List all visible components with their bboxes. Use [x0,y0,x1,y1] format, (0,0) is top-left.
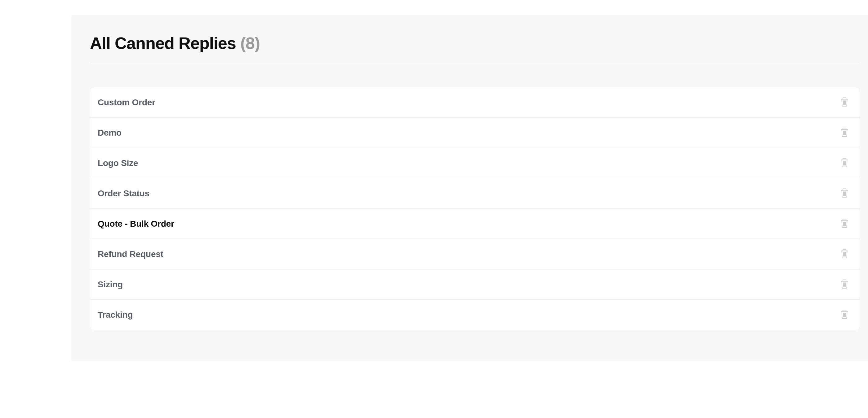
reply-row[interactable]: Custom Order [90,87,860,118]
delete-button[interactable] [839,186,850,200]
trash-icon [840,157,849,169]
reply-count: (8) [240,33,260,53]
reply-label: Tracking [98,310,133,320]
canned-replies-panel: All Canned Replies (8) Custom Order Demo… [71,15,868,361]
trash-icon [840,97,849,108]
delete-button[interactable] [839,308,850,322]
header-divider [90,62,860,62]
reply-row[interactable]: Sizing [90,269,860,300]
reply-label: Demo [98,128,122,138]
delete-button[interactable] [839,95,850,109]
reply-row[interactable]: Tracking [90,300,860,330]
replies-list: Custom Order Demo Logo Size Order Status… [90,87,860,330]
trash-icon [840,248,849,260]
reply-label: Custom Order [98,98,155,107]
trash-icon [840,127,849,138]
reply-label: Refund Request [98,249,163,259]
trash-icon [840,279,849,290]
delete-button[interactable] [839,156,850,170]
reply-row[interactable]: Logo Size [90,148,860,178]
delete-button[interactable] [839,217,850,231]
reply-label: Logo Size [98,158,138,168]
reply-label: Sizing [98,280,123,289]
page-header: All Canned Replies (8) [90,33,860,53]
delete-button[interactable] [839,247,850,261]
reply-row[interactable]: Quote - Bulk Order [90,209,860,239]
trash-icon [840,309,849,320]
reply-row[interactable]: Order Status [90,178,860,209]
page-title: All Canned Replies [90,33,236,53]
reply-label: Quote - Bulk Order [98,219,174,229]
trash-icon [840,188,849,199]
reply-row[interactable]: Demo [90,118,860,148]
delete-button[interactable] [839,126,850,140]
delete-button[interactable] [839,277,850,291]
reply-label: Order Status [98,188,149,199]
trash-icon [840,218,849,230]
reply-row[interactable]: Refund Request [90,239,860,269]
